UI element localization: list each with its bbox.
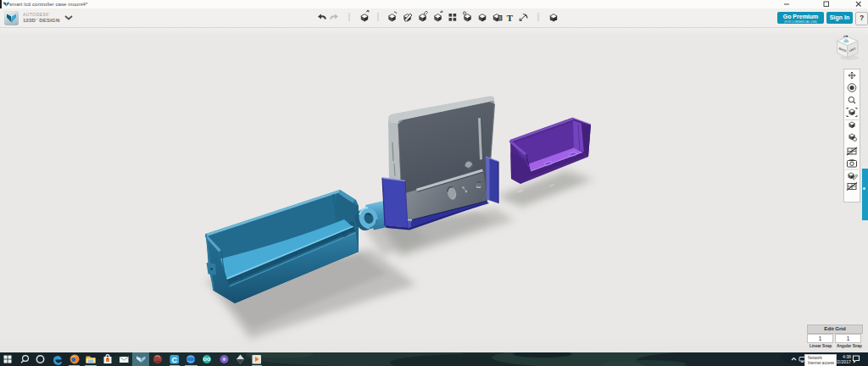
svg-text:C: C (172, 356, 178, 364)
svg-text:T: T (507, 13, 514, 23)
